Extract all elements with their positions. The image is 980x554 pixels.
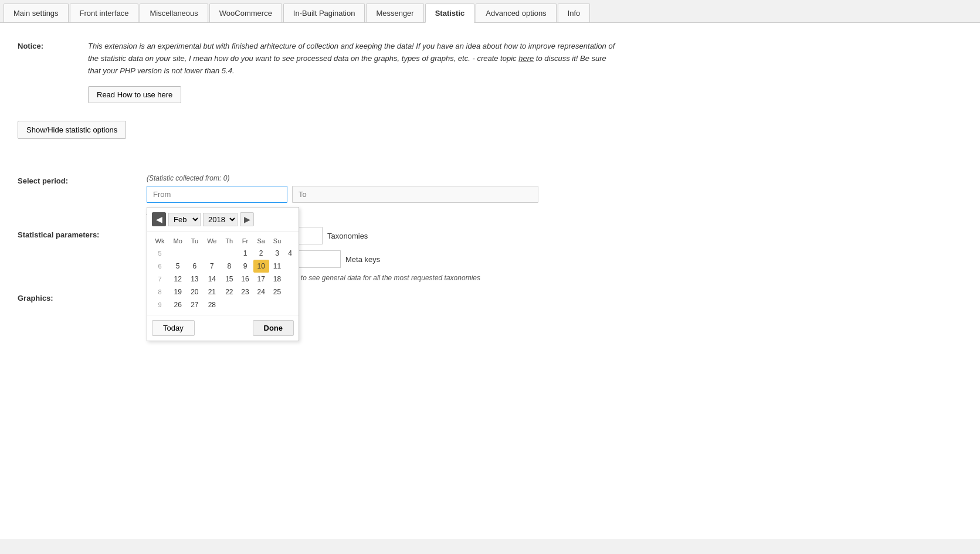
day-13[interactable]: 13 xyxy=(186,273,202,286)
day-23[interactable]: 23 xyxy=(237,286,253,298)
show-hide-button[interactable]: Show/Hide statistic options xyxy=(18,121,126,139)
day-12[interactable]: 12 xyxy=(169,273,186,286)
day-22[interactable]: 22 xyxy=(221,286,237,298)
tab-bar: Main settingsFront interfaceMiscellaneou… xyxy=(0,0,980,23)
day-5[interactable]: 5 xyxy=(169,260,186,273)
day-4[interactable]: 4 xyxy=(285,247,295,260)
day-3[interactable]: 3 xyxy=(269,247,285,260)
day-25[interactable]: 25 xyxy=(269,286,285,298)
date-inputs: ◀ Jan Feb Mar Apr May Jun Jul Aug Sep xyxy=(147,186,962,203)
calendar-grid: Wk Mo Tu We Th Fr Sa Su xyxy=(147,232,299,315)
day-17[interactable]: 17 xyxy=(253,273,269,286)
col-th: Th xyxy=(221,235,237,247)
day-7[interactable]: 7 xyxy=(202,260,221,273)
select-period-content: (Statistic collected from: 0) ◀ Jan Feb … xyxy=(147,174,962,215)
week-5: 5 xyxy=(151,247,169,260)
from-date-input[interactable] xyxy=(147,186,287,203)
today-button[interactable]: Today xyxy=(152,320,195,336)
day-19[interactable]: 19 xyxy=(169,286,186,298)
col-wk: Wk xyxy=(151,235,169,247)
day-26[interactable]: 26 xyxy=(169,298,186,311)
tab-info[interactable]: Info xyxy=(558,4,591,22)
done-button[interactable]: Done xyxy=(253,320,294,336)
col-tu: Tu xyxy=(186,235,202,247)
statistic-collected: (Statistic collected from: 0) xyxy=(147,174,962,182)
notice-label: Notice: xyxy=(18,40,88,103)
day-empty xyxy=(221,247,237,260)
day-14[interactable]: 14 xyxy=(202,273,221,286)
tab-woocommerce[interactable]: WooCommerce xyxy=(209,4,282,22)
day-1[interactable]: 1 xyxy=(237,247,253,260)
select-period-section: Select period: (Statistic collected from… xyxy=(18,174,962,215)
day-8[interactable]: 8 xyxy=(221,260,237,273)
week-9: 9 xyxy=(151,298,169,311)
day-empty xyxy=(169,247,186,260)
tab-miscellaneous[interactable]: Miscellaneous xyxy=(140,4,208,22)
tab-advanced-options[interactable]: Advanced options xyxy=(476,4,556,22)
day-18[interactable]: 18 xyxy=(269,273,285,286)
cal-next-btn[interactable]: ▶ xyxy=(240,212,254,226)
calendar-popup: ◀ Jan Feb Mar Apr May Jun Jul Aug Sep xyxy=(147,207,299,341)
from-date-container: ◀ Jan Feb Mar Apr May Jun Jul Aug Sep xyxy=(147,186,287,203)
day-empty xyxy=(269,298,285,311)
day-empty xyxy=(285,286,295,298)
day-empty xyxy=(285,260,295,273)
day-24[interactable]: 24 xyxy=(253,286,269,298)
day-empty xyxy=(285,273,295,286)
cal-month-select[interactable]: Jan Feb Mar Apr May Jun Jul Aug Sep Oct xyxy=(168,213,201,226)
day-empty xyxy=(237,298,253,311)
day-empty xyxy=(285,298,295,311)
tab-statistic[interactable]: Statistic xyxy=(425,4,475,23)
calendar-footer: Today Done xyxy=(147,315,299,341)
day-16[interactable]: 16 xyxy=(237,273,253,286)
main-content: Notice: This extension is an experimenta… xyxy=(0,23,980,539)
notice-text: This extension is an experimental but wi… xyxy=(88,40,616,77)
select-period-label: Select period: xyxy=(18,174,147,185)
day-empty xyxy=(202,247,221,260)
tab-main-settings[interactable]: Main settings xyxy=(4,4,69,22)
notice-body: This extension is an experimental but wi… xyxy=(88,40,616,103)
statistical-parameters-label: Statistical parameters: xyxy=(18,227,147,239)
cal-year-select[interactable]: 2015 2016 2017 2018 2019 2020 xyxy=(203,213,238,226)
day-empty xyxy=(186,247,202,260)
day-10[interactable]: 10 xyxy=(253,260,269,273)
day-11[interactable]: 11 xyxy=(269,260,285,273)
cal-prev-btn[interactable]: ◀ xyxy=(152,212,166,226)
tab-in-built-pagination[interactable]: In-Built Pagination xyxy=(283,4,365,22)
week-6: 6 xyxy=(151,260,169,273)
week-7: 7 xyxy=(151,273,169,286)
week-8: 8 xyxy=(151,286,169,298)
day-9[interactable]: 9 xyxy=(237,260,253,273)
taxonomies-label: Taxonomies xyxy=(327,232,374,240)
day-2[interactable]: 2 xyxy=(253,247,269,260)
graphics-label: Graphics: xyxy=(18,294,147,303)
tab-front-interface[interactable]: Front interface xyxy=(70,4,139,22)
day-empty xyxy=(221,298,237,311)
meta-keys-label: Meta keys xyxy=(345,255,392,264)
col-sa: Sa xyxy=(253,235,269,247)
day-6[interactable]: 6 xyxy=(186,260,202,273)
day-27[interactable]: 27 xyxy=(186,298,202,311)
notice-link[interactable]: here xyxy=(518,54,534,63)
tab-messenger[interactable]: Messenger xyxy=(366,4,423,22)
calendar-header: ◀ Jan Feb Mar Apr May Jun Jul Aug Sep xyxy=(147,208,299,232)
col-mo: Mo xyxy=(169,235,186,247)
calendar-table: Wk Mo Tu We Th Fr Sa Su xyxy=(151,235,295,311)
day-20[interactable]: 20 xyxy=(186,286,202,298)
day-28[interactable]: 28 xyxy=(202,298,221,311)
day-21[interactable]: 21 xyxy=(202,286,221,298)
day-15[interactable]: 15 xyxy=(221,273,237,286)
day-empty xyxy=(253,298,269,311)
notice-section: Notice: This extension is an experimenta… xyxy=(18,40,962,103)
col-we: We xyxy=(202,235,221,247)
read-how-button[interactable]: Read How to use here xyxy=(88,86,181,103)
col-fr: Fr xyxy=(237,235,253,247)
col-su: Su xyxy=(269,235,285,247)
to-date-input[interactable] xyxy=(292,186,538,203)
